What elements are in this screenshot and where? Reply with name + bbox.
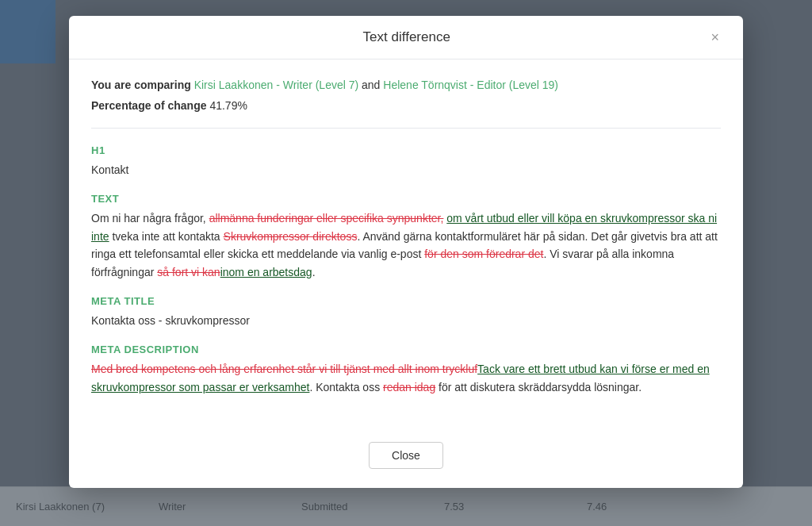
h1-content: Kontakt: [91, 161, 721, 179]
modal-overlay: Text difference × You are comparing Kirs…: [0, 0, 812, 526]
percentage-value: 41.79%: [209, 99, 247, 112]
modal-footer: Close: [69, 429, 743, 488]
del-for-den: för den som föredrar det: [424, 248, 543, 260]
close-button[interactable]: Close: [369, 442, 443, 469]
text-label: TEXT: [91, 193, 721, 205]
meta-desc-content: Med bred kompetens och lång erfarenhet s…: [91, 360, 721, 396]
modal-header: Text difference ×: [69, 16, 743, 60]
del-skruvkompressor: Skruvkompressor direktoss: [224, 230, 358, 243]
modal-body: You are comparing Kirsi Laakkonen - Writ…: [69, 60, 743, 429]
meta-desc-label: META DESCRIPTION: [91, 344, 721, 355]
percentage-line: Percentage of change 41.79%: [91, 99, 721, 112]
text-difference-modal: Text difference × You are comparing Kirs…: [69, 16, 743, 488]
compare-prefix: You are comparing: [91, 79, 194, 91]
author2-link[interactable]: Helene Törnqvist - Editor (Level 19): [383, 79, 558, 91]
meta-title-label: META TITLE: [91, 295, 721, 307]
percentage-label: Percentage of change: [91, 99, 207, 112]
del-med-bred: Med bred kompetens och lång erfarenhet s…: [91, 363, 477, 375]
text-content: Om ni har några frågor, allmänna funderi…: [91, 209, 721, 281]
compare-line: You are comparing Kirsi Laakkonen - Writ…: [91, 79, 721, 91]
del-sa-fort: så fort vi kan: [157, 266, 220, 278]
modal-close-button[interactable]: ×: [706, 29, 724, 46]
author1-link[interactable]: Kirsi Laakkonen - Writer (Level 7): [194, 79, 358, 91]
divider: [91, 128, 721, 129]
compare-and: and: [358, 79, 383, 91]
h1-label: H1: [91, 144, 721, 156]
ins-inom: inom en arbetsdag: [220, 266, 312, 278]
del-redan-idag: redan idag: [383, 381, 435, 394]
meta-title-content: Kontakta oss - skruvkompressor: [91, 312, 721, 329]
modal-title: Text difference: [107, 29, 706, 45]
del-allmanna: allmänna funderingar eller specifika syn…: [209, 212, 444, 225]
